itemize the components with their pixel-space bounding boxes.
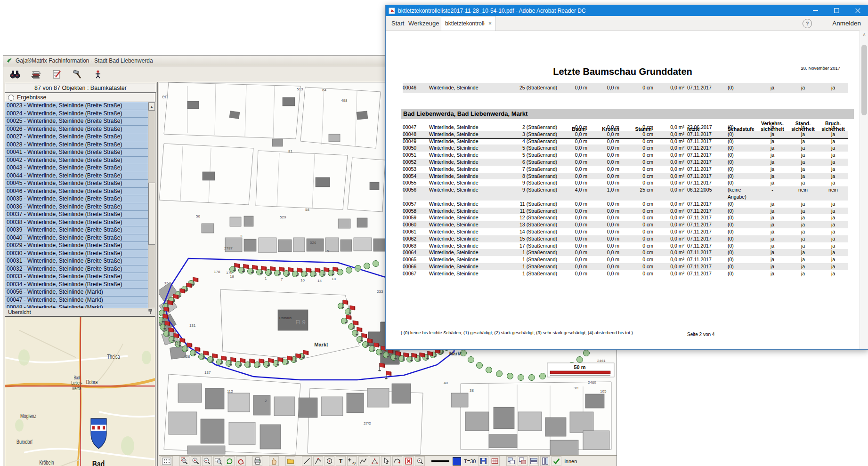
zoom-window-icon[interactable] xyxy=(179,456,189,466)
map-window-icon-3[interactable] xyxy=(529,456,539,466)
flag-marker[interactable] xyxy=(385,371,391,379)
scale-label: 50 m xyxy=(574,364,585,370)
coordinate-tool-icon[interactable]: xy xyxy=(347,456,357,466)
tree-marker[interactable] xyxy=(355,265,361,272)
tree-marker[interactable] xyxy=(159,317,164,323)
result-item[interactable]: 00027 - Winterlinde, Steinlinde (Breite … xyxy=(5,133,148,141)
tree-marker[interactable] xyxy=(468,357,474,363)
tab-werkzeuge[interactable]: Werkzeuge xyxy=(408,16,439,31)
open-folder-icon[interactable] xyxy=(285,456,295,466)
result-item[interactable]: 00023 - Winterlinde, Steinlinde (Breite … xyxy=(5,102,148,110)
print-icon[interactable] xyxy=(252,456,262,466)
result-item[interactable]: 00037 - Winterlinde, Steinlinde (Breite … xyxy=(5,211,148,219)
acrobat-titlebar[interactable]: bktletztekontrolleliste2017-11-28_10-54-… xyxy=(386,5,868,16)
result-item[interactable]: 00029 - Winterlinde, Steinlinde (Breite … xyxy=(5,242,148,250)
rotate-tool-icon[interactable] xyxy=(392,456,402,466)
drag-grid-widget[interactable] xyxy=(161,456,173,466)
pan-hand-icon[interactable] xyxy=(269,456,279,466)
pdf-scroll-thumb[interactable] xyxy=(861,45,867,115)
result-item[interactable]: 00036 - Winterlinde, Steinlinde (Breite … xyxy=(5,203,148,211)
result-item[interactable]: 00030 - Winterlinde, Steinlinde (Breite … xyxy=(5,250,148,258)
results-scroll-thumb[interactable] xyxy=(148,183,155,245)
layers-icon[interactable] xyxy=(29,68,43,81)
pdf-scrollbar[interactable]: ∧ xyxy=(860,31,868,349)
maximize-icon[interactable] xyxy=(826,5,847,16)
search-binoculars-icon[interactable] xyxy=(8,68,22,81)
help-icon[interactable]: ? xyxy=(803,16,812,31)
tree-marker[interactable] xyxy=(518,375,524,381)
minimize-icon[interactable] xyxy=(805,5,826,16)
flag-marker[interactable] xyxy=(378,363,385,371)
undo-view-icon[interactable] xyxy=(236,456,246,466)
zoom-out-icon[interactable] xyxy=(202,456,212,466)
signin-button[interactable]: Anmelden xyxy=(832,16,861,31)
draw-angle-icon[interactable] xyxy=(313,456,323,466)
result-item[interactable]: 00042 - Winterlinde, Steinlinde (Breite … xyxy=(5,157,148,165)
scroll-up-icon[interactable]: ▲ xyxy=(148,103,155,111)
map-window-icon-1[interactable] xyxy=(506,456,516,466)
result-item[interactable]: 00034 - Winterlinde, Steinlinde (Breite … xyxy=(5,281,148,289)
result-item[interactable]: 00038 - Winterlinde, Steinlinde (Breite … xyxy=(5,219,148,227)
pdf-scroll-up-icon[interactable]: ∧ xyxy=(860,31,868,38)
result-item[interactable]: 00028 - Winterlinde, Steinlinde (Breite … xyxy=(5,141,148,149)
pin-icon[interactable] xyxy=(147,309,153,315)
measure-polyline-icon[interactable] xyxy=(358,456,368,466)
zoom-extent-icon[interactable] xyxy=(213,456,223,466)
map-window-icon-2[interactable] xyxy=(518,456,527,466)
result-item[interactable]: 00032 - Winterlinde, Steinlinde (Breite … xyxy=(5,265,148,273)
result-item[interactable]: 00039 - Winterlinde, Steinlinde (Breite … xyxy=(5,226,148,234)
tree-marker[interactable] xyxy=(577,357,583,363)
result-item[interactable]: 00033 - Winterlinde, Steinlinde (Breite … xyxy=(5,273,148,281)
color-swatch[interactable] xyxy=(453,457,461,466)
result-item[interactable]: 00041 - Winterlinde, Steinlinde (Breite … xyxy=(5,149,148,157)
result-item[interactable]: 00024 - Winterlinde, Steinlinde (Breite … xyxy=(5,110,148,118)
overview-header[interactable]: Übersicht xyxy=(5,308,155,316)
result-item[interactable]: 00040 - Winterlinde, Steinlinde (Breite … xyxy=(5,234,148,242)
tree-marker[interactable] xyxy=(496,371,503,377)
close-icon[interactable] xyxy=(847,5,868,16)
result-item[interactable]: 00046 - Winterlinde, Steinlinde (Breite … xyxy=(5,188,148,196)
tree-marker[interactable] xyxy=(584,350,590,356)
result-item[interactable]: 00031 - Winterlinde, Steinlinde (Breite … xyxy=(5,257,148,265)
report-icon[interactable] xyxy=(49,68,64,81)
refresh-icon[interactable] xyxy=(225,456,235,466)
confirm-check-icon[interactable] xyxy=(552,456,561,466)
delete-object-icon[interactable] xyxy=(404,456,414,466)
result-item[interactable]: 00044 - Winterlinde, Steinlinde (Breite … xyxy=(5,172,148,180)
overview-canvas[interactable]: TheisaDobraBadLieben-werdaMöglenzBurxdor… xyxy=(5,317,155,466)
result-item[interactable]: 00047 - Winterlinde, Steinlinde (Markt) xyxy=(5,297,148,305)
table-grid-icon[interactable] xyxy=(490,456,500,466)
info-figure-icon[interactable] xyxy=(91,68,105,81)
tree-marker[interactable] xyxy=(477,362,483,369)
magnify-feature-icon[interactable] xyxy=(415,456,425,466)
result-item[interactable]: 00025 - Winterlinde, Steinlinde (Breite … xyxy=(5,118,148,126)
draw-line-icon[interactable] xyxy=(302,456,312,466)
tree-marker[interactable] xyxy=(540,373,546,379)
result-item[interactable]: 00056 - Winterlinde, Steinlinde (Markt) xyxy=(5,289,148,297)
result-item[interactable]: 00043 - Winterlinde, Steinlinde (Breite … xyxy=(5,164,148,172)
tab-start[interactable]: Start xyxy=(391,16,404,31)
save-icon[interactable] xyxy=(479,456,488,466)
result-item[interactable]: 00045 - Winterlinde, Steinlinde (Breite … xyxy=(5,180,148,188)
tree-marker[interactable] xyxy=(346,267,352,273)
results-scrollbar[interactable]: ▲ ▼ xyxy=(148,102,155,320)
tab-document[interactable]: bktletztekontrollelis... × xyxy=(441,16,496,31)
vertex-edit-icon[interactable] xyxy=(370,456,380,466)
result-item[interactable]: 00026 - Winterlinde, Steinlinde (Breite … xyxy=(5,126,148,134)
draw-circle-icon[interactable] xyxy=(324,456,334,466)
result-item[interactable]: 00035 - Winterlinde, Steinlinde (Breite … xyxy=(5,195,148,203)
line-width-sample[interactable] xyxy=(431,456,451,466)
tree-marker[interactable] xyxy=(507,373,513,379)
tree-marker[interactable] xyxy=(364,263,370,269)
tree-marker[interactable] xyxy=(373,261,379,267)
select-arrow-icon[interactable] xyxy=(381,456,391,466)
text-tool-icon[interactable]: T xyxy=(336,456,346,466)
zoom-in-icon[interactable] xyxy=(191,456,201,466)
results-group-row[interactable]: Ergebnisse xyxy=(5,93,155,102)
tree-marker[interactable] xyxy=(529,375,535,381)
tools-hammer-icon[interactable] xyxy=(70,68,84,81)
overview-map[interactable]: TheisaDobraBadLieben-werdaMöglenzBurxdor… xyxy=(5,316,155,466)
tree-marker[interactable] xyxy=(486,367,492,373)
tab-close-icon[interactable]: × xyxy=(488,20,492,27)
map-window-icon-4[interactable] xyxy=(540,456,550,466)
